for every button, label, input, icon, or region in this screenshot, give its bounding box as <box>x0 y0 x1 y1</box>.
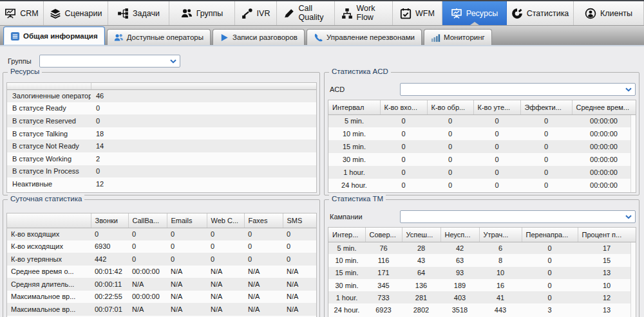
resource-row: Залогиненные операторы 46 <box>7 89 316 102</box>
tab-available-operators[interactable]: Доступные операторы <box>107 29 211 45</box>
value-cell: 00:00:00 <box>572 140 636 153</box>
table-row: Среднее время о... 00:01:42 00:00:00 N/A… <box>7 266 316 278</box>
column-header: CallBa... <box>128 213 167 228</box>
operators-icon <box>114 33 124 42</box>
table-header-row <box>7 83 316 89</box>
value-cell: 00:00:00 <box>572 127 636 140</box>
chevron-down-icon[interactable] <box>622 211 635 222</box>
value-cell: N/A <box>207 291 244 303</box>
groups-select-value <box>40 55 167 67</box>
value-cell: 0 <box>522 254 578 266</box>
value-cell: 28 <box>402 242 440 254</box>
column-header <box>91 83 316 89</box>
value-cell: 0 <box>427 179 473 192</box>
table-row: 5 min. 0 0 0 0 00:00:00 <box>328 114 636 127</box>
daily-panel-title: Суточная статистика <box>8 195 84 203</box>
metric-label: К-во входящих <box>7 228 91 240</box>
column-header: Emails <box>167 213 207 228</box>
value-cell: 116 <box>365 254 402 266</box>
toolbar-item-scenarios[interactable]: Сценарии <box>44 1 108 25</box>
toolbar-item-label: IVR <box>257 9 270 18</box>
interval-cell: 15 min. <box>328 267 365 279</box>
resource-row: В статусе Not Ready 14 <box>7 140 316 152</box>
value-cell: 00:01:42 <box>91 266 128 278</box>
value-cell: 76 <box>365 242 402 254</box>
value-cell: 0 <box>520 166 572 179</box>
chevron-down-icon[interactable] <box>167 55 180 67</box>
column-header: SMS <box>283 213 316 228</box>
value-cell: 0 <box>380 127 427 140</box>
interval-cell: 1 hour. <box>328 291 365 303</box>
tab-label: Мониторинг <box>444 33 485 41</box>
daily-table: ЗвонкиCallBa...EmailsWeb C...FaxesSMS К-… <box>6 213 317 317</box>
value-cell: 0 <box>427 166 473 179</box>
value-cell: 00:07:01 <box>91 303 128 316</box>
resource-value: 0 <box>91 102 316 115</box>
toolbar-item-tasks[interactable]: Задачи <box>108 1 169 25</box>
value-cell: 00:00:11 <box>91 278 128 291</box>
value-cell: 16 <box>479 279 522 291</box>
table-header-row: ЗвонкиCallBa...EmailsWeb C...FaxesSMS <box>7 213 316 228</box>
column-header: Неусп... <box>440 228 479 242</box>
value-cell: 93 <box>440 267 479 279</box>
toolbar-item-groups[interactable]: Группы <box>169 1 235 25</box>
acd-table: ИнтервалК-во вхо...К-во обр...К-во уте..… <box>328 100 636 193</box>
tab-monitoring[interactable]: Мониторинг <box>424 29 492 45</box>
tab-general-info[interactable]: Общая информация <box>3 26 105 45</box>
value-cell: 13 <box>578 303 636 316</box>
metric-label: Максимальное вр... <box>7 303 91 316</box>
value-cell: 0 <box>473 114 520 127</box>
table-row: 5 min. 76 28 42 6 0 17 <box>328 242 636 254</box>
value-cell: N/A <box>167 291 207 303</box>
value-cell: N/A <box>244 291 283 303</box>
toolbar-item-wfm[interactable]: WFM <box>393 1 442 25</box>
value-cell: 0 <box>244 240 283 253</box>
toolbar-item-statistics[interactable]: Статистика <box>507 1 574 25</box>
value-cell: 10 <box>578 279 636 291</box>
column-header: Web C... <box>207 213 244 228</box>
value-cell: 0 <box>283 240 316 253</box>
campaigns-select[interactable] <box>400 210 636 223</box>
acd-panel-title: Статистика ACD <box>329 68 391 75</box>
value-cell: N/A <box>207 278 244 291</box>
toolbar-item-crm[interactable]: CRM <box>0 1 44 25</box>
value-cell: 0 <box>427 153 473 166</box>
table-row: К-во утерянных 442 0 0 0 0 0 <box>7 253 316 266</box>
value-cell: 0 <box>380 153 427 166</box>
resource-value: 12 <box>91 177 316 190</box>
table-header-row: Интер...Совер...Успеш...Неусп...Утрач...… <box>328 228 636 242</box>
value-cell: 0 <box>244 253 283 266</box>
groups-select[interactable] <box>39 55 180 68</box>
groups-filter-label: Группы <box>8 57 32 65</box>
toolbar-item-label: Задачи <box>133 9 160 18</box>
tab-label: Записи разговоров <box>232 33 298 41</box>
resource-row: В статусе Working 2 <box>7 152 316 165</box>
toolbar-item-work-flow[interactable]: Work Flow <box>335 1 393 25</box>
value-cell: 10 <box>479 267 522 279</box>
toolbar-item-ivr[interactable]: IVR <box>235 1 277 25</box>
tab-call-records[interactable]: Записи разговоров <box>213 29 305 45</box>
table-row: Средняя длитель... 00:00:11 N/A N/A N/A … <box>7 278 316 291</box>
toolbar-item-resources[interactable]: Ресурсы <box>442 1 507 25</box>
resource-value: 46 <box>91 89 316 102</box>
value-cell: 0 <box>427 114 473 127</box>
resource-row: Неактивные 12 <box>7 177 316 190</box>
column-header: Успеш... <box>402 228 440 242</box>
value-cell: 0 <box>473 140 520 153</box>
toolbar-item-label: Ресурсы <box>466 9 498 18</box>
chevron-down-icon[interactable] <box>622 84 635 95</box>
value-cell: 0 <box>522 291 578 303</box>
acd-select[interactable] <box>400 83 636 96</box>
value-cell: 6923 <box>365 303 402 316</box>
toolbar-item-call-quality[interactable]: Call Quality <box>277 1 335 25</box>
metric-label: К-во исходящих <box>7 240 91 253</box>
column-header: Утрач... <box>479 228 522 242</box>
tab-callback-management[interactable]: Управление перезвонами <box>307 29 422 45</box>
column-header <box>7 83 91 89</box>
column-header: Интервал <box>328 100 380 114</box>
column-header: К-во уте... <box>473 100 520 114</box>
value-cell: N/A <box>283 303 316 316</box>
toolbar-item-clients[interactable]: Клиенты <box>574 1 644 25</box>
interval-cell: 24 hour. <box>328 179 380 192</box>
table-row: К-во входящих 0 0 0 0 0 0 <box>7 228 316 240</box>
